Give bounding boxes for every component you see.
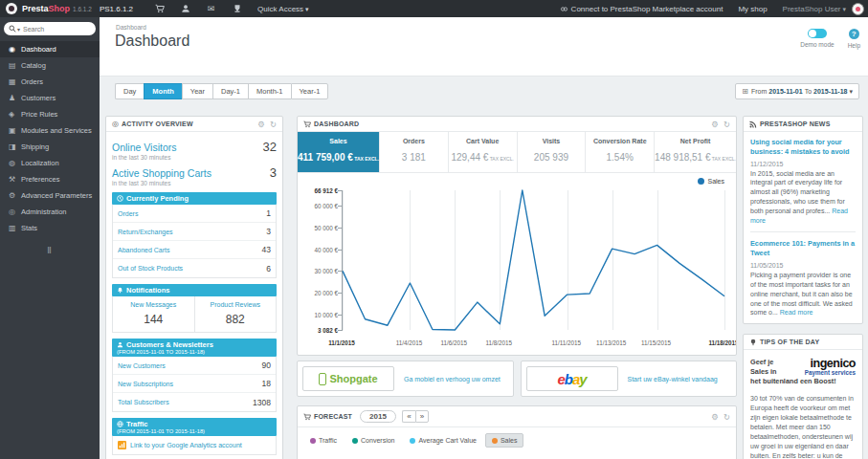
article-title-link[interactable]: Ecommerce 101: Payments in a Tweet bbox=[750, 239, 856, 258]
range-button-month[interactable]: Month bbox=[144, 83, 182, 99]
gear-icon[interactable]: ⚙ bbox=[257, 120, 265, 129]
new-messages-link[interactable]: New Messages bbox=[113, 301, 194, 308]
sidebar-item-dashboard[interactable]: ◉Dashboard bbox=[0, 41, 100, 57]
sidebar-item-price-rules[interactable]: ◈Price Rules bbox=[0, 106, 100, 122]
y-axis-tick-label: 66 912 € bbox=[314, 187, 338, 194]
article-title-link[interactable]: Using social media for your business: 4 … bbox=[750, 138, 856, 157]
forecast-tab-traffic[interactable]: Traffic bbox=[303, 433, 344, 448]
pending-row: Orders1 bbox=[113, 205, 276, 223]
user-menu[interactable]: PrestaShop User bbox=[783, 5, 846, 13]
pending-label-link[interactable]: Return/Exchanges bbox=[118, 229, 173, 235]
kpi-orders[interactable]: Orders3 181 bbox=[379, 132, 448, 172]
range-button-year-1[interactable]: Year-1 bbox=[291, 83, 329, 99]
quick-access-menu[interactable]: Quick Access bbox=[257, 5, 308, 13]
forecast-tab-conversion[interactable]: Conversion bbox=[345, 433, 401, 448]
date-range-button[interactable]: ⊞ From 2015-11-01 To 2015-11-18 bbox=[735, 83, 859, 99]
sidebar-item-label: Localization bbox=[21, 159, 59, 167]
customers-row: New Subscriptions18 bbox=[113, 375, 276, 393]
x-axis-tick-label: 11/13/2015 bbox=[596, 339, 626, 346]
kpi-sales[interactable]: Sales411 759,00 € tax excl. bbox=[298, 132, 379, 172]
customers-label-link[interactable]: Total Subscribers bbox=[118, 399, 169, 405]
sidebar-item-localization[interactable]: ◍Localization bbox=[0, 155, 100, 171]
customers-label-link[interactable]: New Customers bbox=[118, 362, 166, 369]
ebay-link[interactable]: Start uw eBay-winkel vandaag bbox=[628, 376, 718, 382]
refresh-icon[interactable]: ↻ bbox=[723, 412, 730, 422]
user-avatar[interactable] bbox=[852, 3, 864, 15]
refresh-icon[interactable]: ↻ bbox=[270, 120, 277, 129]
users-icon bbox=[117, 341, 123, 348]
cart-icon[interactable] bbox=[154, 4, 165, 14]
gear-icon[interactable]: ⚙ bbox=[711, 412, 719, 422]
kpi-cart-value[interactable]: Cart Value129,44 € tax excl. bbox=[448, 132, 517, 172]
shipping-icon: ◨ bbox=[9, 142, 21, 151]
connect-marketplace-link[interactable]: Connect to PrestaShop Marketplace accoun… bbox=[560, 5, 723, 13]
range-button-day-1[interactable]: Day-1 bbox=[212, 83, 248, 99]
sidebar-item-customers[interactable]: ♟Customers bbox=[0, 90, 100, 106]
read-more-link[interactable]: Read more bbox=[780, 309, 813, 316]
next-year-button[interactable]: » bbox=[415, 410, 429, 423]
help-button[interactable]: ? bbox=[849, 29, 859, 39]
trophy-icon[interactable] bbox=[232, 4, 242, 14]
user-icon[interactable] bbox=[180, 4, 190, 14]
google-analytics-link[interactable]: Link to your Google Analytics account bbox=[130, 442, 242, 448]
range-button-month-1[interactable]: Month-1 bbox=[248, 83, 291, 99]
sidebar-item-orders[interactable]: ▦Orders bbox=[0, 74, 100, 90]
help-label: Help bbox=[848, 42, 860, 49]
mail-icon[interactable]: ✉ bbox=[206, 4, 216, 14]
kpi-value: 205 939 bbox=[518, 152, 586, 163]
kpi-conversion-rate[interactable]: Conversion Rate1.54% bbox=[585, 132, 654, 172]
ebay-card: ebay Start uw eBay-winkel vandaag bbox=[521, 361, 738, 397]
pending-label-link[interactable]: Orders bbox=[118, 210, 138, 217]
demo-mode-toggle[interactable] bbox=[808, 29, 827, 38]
sidebar-item-preferences[interactable]: ⚒Preferences bbox=[0, 171, 100, 187]
sidebar-search[interactable]: ▾ bbox=[4, 22, 96, 35]
product-reviews-link[interactable]: Product Reviews bbox=[195, 301, 277, 308]
chart-legend[interactable]: Sales bbox=[698, 178, 724, 185]
forecast-tab-average-cart-value[interactable]: Average Cart Value bbox=[403, 433, 482, 448]
sidebar-item-advanced-parameters[interactable]: ⚙Advanced Parameters bbox=[0, 187, 100, 204]
sidebar-item-shipping[interactable]: ◨Shipping bbox=[0, 139, 100, 155]
pending-label-link[interactable]: Abandoned Carts bbox=[118, 247, 169, 253]
gear-icon[interactable]: ⚙ bbox=[711, 120, 719, 129]
read-more-link[interactable]: Read more bbox=[750, 208, 848, 224]
active-carts-link[interactable]: Active Shopping Carts bbox=[112, 167, 211, 179]
forecast-tab-sales[interactable]: Sales bbox=[485, 433, 524, 448]
range-button-day[interactable]: Day bbox=[115, 83, 144, 99]
sidebar-item-modules-and-services[interactable]: ▣Modules and Services bbox=[0, 122, 100, 139]
my-shop-link[interactable]: My shop bbox=[738, 5, 767, 13]
forecast-year-selector[interactable]: 2015 bbox=[360, 410, 396, 423]
currently-pending-header: Currently Pending bbox=[112, 192, 277, 205]
kpi-label: Sales bbox=[298, 138, 379, 144]
customers-label-link[interactable]: New Subscriptions bbox=[118, 381, 173, 387]
dashboard-panel-header: DASHBOARD ⚙↻ bbox=[298, 117, 736, 132]
range-button-year[interactable]: Year bbox=[182, 83, 212, 99]
search-input[interactable] bbox=[23, 26, 80, 33]
localization-icon: ◍ bbox=[9, 159, 21, 167]
ebay-logo: ebay bbox=[526, 366, 618, 391]
previous-year-button[interactable]: « bbox=[402, 410, 415, 423]
refresh-icon[interactable]: ↻ bbox=[723, 120, 730, 129]
sales-chart: Sales 66 912 €60 000 €50 000 €40 000 €30… bbox=[298, 173, 736, 355]
search-scope-caret[interactable]: ▾ bbox=[17, 26, 20, 33]
sidebar-item-stats[interactable]: ▥Stats bbox=[0, 220, 100, 236]
dashboard-panel: DASHBOARD ⚙↻ Sales411 759,00 € tax excl.… bbox=[297, 116, 737, 356]
prestashop-logo bbox=[6, 3, 17, 14]
kpi-net-profit[interactable]: Net Profit148 918,51 € tax excl. bbox=[654, 132, 736, 172]
administration-icon: ◎ bbox=[9, 208, 21, 216]
sidebar-item-administration[interactable]: ◎Administration bbox=[0, 204, 100, 220]
sidebar-item-label: Orders bbox=[21, 77, 43, 86]
pending-label-link[interactable]: Out of Stock Products bbox=[118, 265, 183, 272]
google-analytics-row[interactable]: Link to your Google Analytics account bbox=[112, 436, 277, 455]
online-visitors-link[interactable]: Online Visitors bbox=[112, 142, 177, 153]
x-axis-tick-label: 11/11/2015 bbox=[551, 339, 581, 346]
product-reviews-cell[interactable]: Product Reviews 882 bbox=[194, 296, 277, 332]
activity-panel-header: ◎ ACTIVITY OVERVIEW ⚙↻ bbox=[106, 117, 282, 132]
new-messages-cell[interactable]: New Messages 144 bbox=[113, 296, 194, 332]
sidebar-item-catalog[interactable]: ▤Catalog bbox=[0, 57, 100, 74]
kpi-visits[interactable]: Visits205 939 bbox=[517, 132, 586, 172]
sidebar-collapse-button[interactable]: ‖ bbox=[0, 246, 100, 255]
sidebar: ▾ ◉Dashboard▤Catalog▦Orders♟Customers◈Pr… bbox=[0, 17, 100, 459]
shopgate-link[interactable]: Ga mobiel en verhoog uw omzet bbox=[404, 376, 501, 382]
rss-icon bbox=[749, 120, 760, 128]
news-article: Using social media for your business: 4 … bbox=[750, 138, 856, 225]
